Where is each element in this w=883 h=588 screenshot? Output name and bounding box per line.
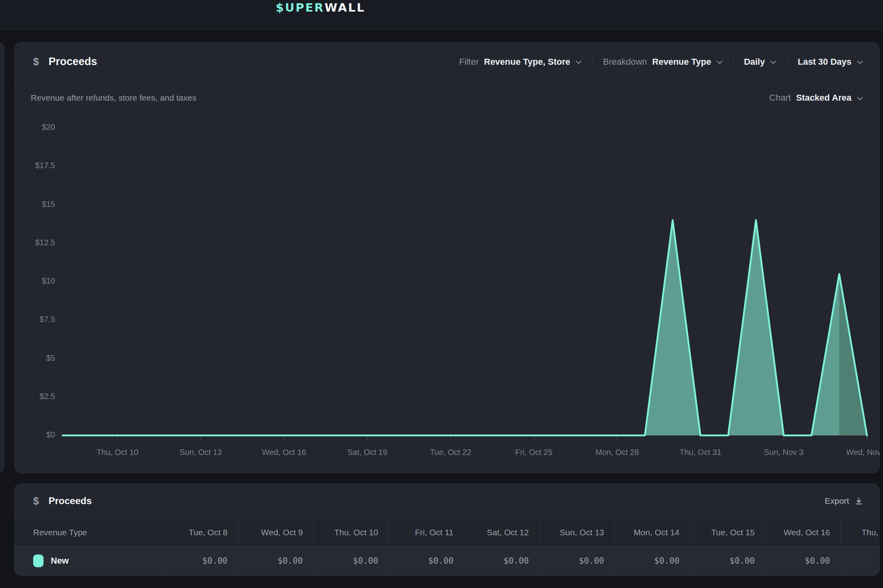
x-axis-label: Wed, Nov 6 (846, 448, 880, 457)
chart-subtitle: Revenue after refunds, store fees, and t… (31, 93, 196, 103)
table-column-header: Mon, Oct 14 (615, 518, 690, 546)
table-cell-value: $0.00 (163, 546, 238, 575)
table-row-series-cell: New (14, 546, 163, 575)
chart-card-header: $ Proceeds Filter Revenue Type, Store Br… (14, 42, 880, 82)
table-cell-value: $0.00 (539, 546, 615, 575)
y-axis-label: $0 (46, 430, 55, 439)
previous-card-header-divider (0, 82, 5, 82)
granularity-control[interactable]: Daily (744, 57, 777, 67)
proceeds-table-card: $ Proceeds Export Revenue TypeTue, Oct 8… (14, 483, 880, 576)
y-axis-label: $5 (46, 354, 55, 363)
export-button[interactable]: Export (825, 496, 863, 506)
stacked-area-chart (62, 127, 880, 447)
chevron-down-icon (770, 60, 776, 64)
chart-controls: Filter Revenue Type, Store Breakdown Rev… (459, 55, 863, 69)
table-column-header: Wed, Oct 16 (765, 518, 841, 546)
y-axis-label: $2.5 (40, 392, 55, 401)
y-axis-label: $20 (42, 123, 55, 132)
table-cell-value: $0.00 (765, 546, 841, 575)
breakdown-control[interactable]: Breakdown Revenue Type (603, 57, 723, 67)
controls-divider (592, 55, 593, 69)
proceeds-table: Revenue TypeTue, Oct 8Wed, Oct 9Thu, Oct… (14, 518, 880, 575)
logo-rest-text: WALL (324, 1, 365, 14)
chart-subtitle-row: Revenue after refunds, store fees, and t… (14, 82, 880, 114)
date-range-value: Last 30 Days (797, 57, 851, 67)
y-axis-label: $17.5 (35, 161, 55, 170)
top-bar: $UPERWALL (0, 0, 883, 30)
table-column-header: Sun, Oct 13 (539, 518, 615, 546)
table-column-header: Wed, Oct 9 (238, 518, 314, 546)
table-cell-value: $0.00 (841, 546, 880, 575)
controls-divider (787, 55, 787, 69)
chart-card-title-group: $ Proceeds (33, 56, 97, 68)
chevron-down-icon (857, 60, 863, 64)
table-card-title: Proceeds (48, 495, 91, 507)
table-card-header: $ Proceeds Export (14, 483, 880, 518)
filter-value: Revenue Type, Store (484, 57, 570, 67)
x-axis-label: Thu, Oct 10 (97, 448, 139, 457)
logo-accent-text: $UPER (276, 1, 324, 14)
chevron-down-icon (575, 60, 582, 64)
chart-type-label: Chart (770, 93, 791, 103)
table-cell-value: $0.00 (389, 546, 464, 575)
dollar-icon: $ (33, 56, 39, 68)
x-axis-label: Sun, Oct 13 (180, 448, 222, 457)
chart-card-title: Proceeds (48, 56, 97, 68)
table-header-revenue-type: Revenue Type (14, 518, 163, 546)
table-card-title-group: $ Proceeds (33, 495, 92, 507)
area-fill (62, 220, 867, 435)
table-column-header: Tue, Oct 8 (163, 518, 238, 546)
x-axis-label: Wed, Oct 16 (262, 448, 306, 457)
chevron-down-icon (857, 97, 863, 101)
breakdown-label: Breakdown (603, 57, 647, 67)
x-axis-label: Sat, Oct 19 (347, 448, 387, 457)
table-column-header: Tue, Oct 15 (690, 518, 766, 546)
filter-control[interactable]: Filter Revenue Type, Store (459, 57, 582, 67)
y-axis-label: $7.5 (40, 315, 55, 324)
dollar-icon: $ (33, 495, 39, 507)
controls-divider (733, 55, 734, 69)
x-axis-label: Fri, Oct 25 (515, 448, 552, 457)
export-label: Export (825, 496, 849, 506)
chart-type-value: Stacked Area (796, 93, 851, 103)
granularity-value: Daily (744, 57, 765, 67)
table-column-header: Thu, Oct 10 (313, 518, 389, 546)
table-column-header: Sat, Oct 12 (464, 518, 539, 546)
y-axis-label: $12.5 (35, 238, 55, 247)
series-name-label: New (51, 556, 69, 566)
superwall-logo: $UPERWALL (276, 1, 365, 14)
y-axis-label: $15 (42, 200, 55, 209)
filter-label: Filter (459, 57, 479, 67)
breakdown-value: Revenue Type (652, 57, 711, 67)
x-axis-label: Thu, Oct 31 (680, 448, 722, 457)
table-cell-value: $0.00 (238, 546, 314, 575)
table-column-header: Fri, Oct 11 (389, 518, 464, 546)
table-cell-value: $0.00 (615, 546, 690, 575)
table-cell-value: $0.00 (690, 546, 766, 575)
proceeds-chart-card: $ Proceeds Filter Revenue Type, Store Br… (14, 42, 880, 473)
x-axis-label: Mon, Oct 28 (595, 448, 639, 457)
x-axis-label: Sun, Nov 3 (764, 448, 803, 457)
chevron-down-icon (716, 60, 723, 64)
table-cell-value: $0.00 (464, 546, 539, 575)
date-range-control[interactable]: Last 30 Days (797, 57, 863, 67)
download-icon (855, 497, 863, 505)
series-color-swatch (33, 554, 44, 567)
y-axis-label: $10 (42, 276, 55, 286)
table-cell-value: $0.00 (313, 546, 389, 575)
table-column-header: Thu, Oct 17 (841, 518, 880, 546)
x-axis-label: Tue, Oct 22 (430, 448, 471, 457)
previous-card-edge[interactable] (0, 42, 5, 473)
chart-type-control[interactable]: Chart Stacked Area (770, 93, 863, 103)
